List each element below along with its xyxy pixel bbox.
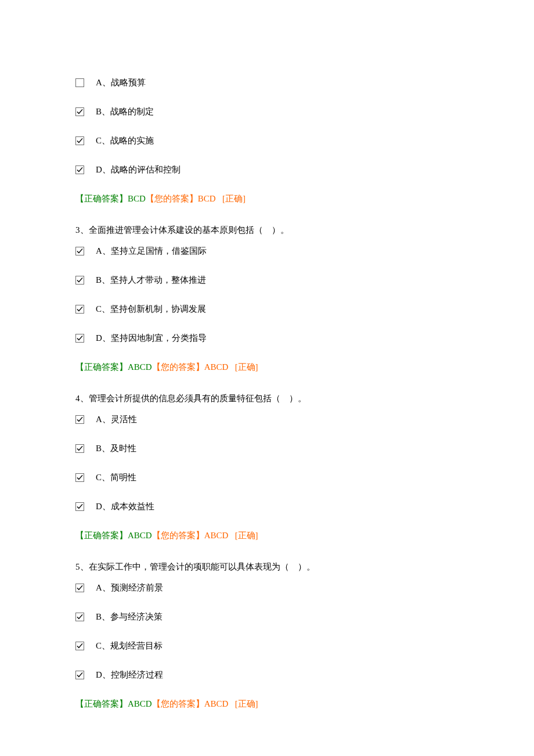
- option-checkbox[interactable]: [75, 584, 84, 592]
- option-text: B、战略的制定: [96, 105, 154, 118]
- correct-answer-value: ABCD: [128, 531, 152, 540]
- option-text: C、简明性: [96, 470, 136, 484]
- option-row: B、及时性: [75, 441, 459, 455]
- your-answer-label: 【您的答案】: [152, 699, 204, 708]
- option-row: A、灵活性: [75, 412, 459, 426]
- answer-line: 【正确答案】ABCD【您的答案】ABCD [正确]: [75, 528, 459, 542]
- answer-status: [正确]: [235, 531, 258, 540]
- option-text: A、预测经济前景: [96, 581, 163, 595]
- option-row: A、预测经济前景: [75, 581, 459, 595]
- option-body: 坚持人才带动，整体推进: [110, 275, 206, 285]
- option-checkbox[interactable]: [75, 642, 84, 650]
- your-answer-label: 【您的答案】: [152, 531, 204, 540]
- option-body: 及时性: [110, 444, 136, 453]
- option-text: A、坚持立足国情，借鉴国际: [96, 244, 207, 258]
- option-checkbox[interactable]: [75, 247, 84, 255]
- your-answer-value: ABCD: [204, 531, 229, 540]
- option-separator: 、: [102, 502, 111, 511]
- option-row: D、战略的评估和控制: [75, 163, 459, 177]
- answer-line: 【正确答案】ABCD【您的答案】ABCD [正确]: [75, 360, 459, 374]
- option-text: D、成本效益性: [96, 499, 154, 513]
- answer-line: 【正确答案】ABCD【您的答案】ABCD [正确]: [75, 697, 459, 711]
- option-letter: B: [96, 275, 102, 285]
- option-row: C、简明性: [75, 470, 459, 484]
- option-checkbox[interactable]: [75, 502, 84, 511]
- option-separator: 、: [102, 612, 110, 621]
- option-letter: A: [96, 583, 102, 592]
- option-text: B、参与经济决策: [96, 610, 163, 624]
- option-checkbox[interactable]: [75, 276, 84, 285]
- option-text: D、控制经济过程: [96, 668, 163, 682]
- option-row: B、坚持人才带动，整体推进: [75, 273, 459, 287]
- option-text: C、规划经营目标: [96, 639, 163, 653]
- option-row: C、坚持创新机制，协调发展: [75, 302, 459, 316]
- answer-status: [正确]: [235, 362, 258, 372]
- option-text: C、坚持创新机制，协调发展: [96, 302, 206, 316]
- option-letter: A: [96, 246, 102, 255]
- option-body: 战略的评估和控制: [111, 165, 181, 174]
- correct-answer-label: 【正确答案】: [75, 531, 128, 540]
- option-letter: C: [96, 473, 102, 482]
- option-separator: 、: [102, 641, 110, 650]
- option-text: D、坚持因地制宜，分类指导: [96, 331, 207, 345]
- option-letter: D: [96, 670, 102, 679]
- option-text: B、及时性: [96, 441, 136, 455]
- option-separator: 、: [102, 275, 110, 285]
- option-body: 战略的制定: [110, 107, 154, 116]
- option-checkbox[interactable]: [75, 305, 84, 314]
- option-separator: 、: [102, 670, 111, 679]
- option-separator: 、: [102, 304, 110, 314]
- answer-status: [正确]: [235, 699, 258, 708]
- option-body: 成本效益性: [111, 502, 154, 511]
- option-checkbox[interactable]: [75, 613, 84, 621]
- correct-answer-value: BCD: [128, 194, 146, 203]
- option-body: 战略预算: [111, 78, 146, 87]
- your-answer-value: ABCD: [204, 699, 229, 708]
- option-checkbox[interactable]: [75, 473, 84, 482]
- option-body: 灵活性: [111, 415, 137, 424]
- option-row: D、控制经济过程: [75, 668, 459, 682]
- option-separator: 、: [102, 246, 111, 255]
- your-answer-value: BCD: [198, 194, 216, 203]
- option-text: D、战略的评估和控制: [96, 163, 181, 177]
- option-body: 简明性: [110, 473, 136, 482]
- option-row: B、战略的制定: [75, 105, 459, 118]
- option-checkbox[interactable]: [75, 78, 84, 87]
- option-checkbox[interactable]: [75, 334, 84, 343]
- option-checkbox[interactable]: [75, 107, 84, 116]
- correct-answer-label: 【正确答案】: [75, 194, 128, 203]
- option-body: 规划经营目标: [110, 641, 163, 650]
- option-separator: 、: [102, 333, 111, 343]
- option-letter: D: [96, 333, 102, 343]
- correct-answer-value: ABCD: [128, 699, 152, 708]
- option-checkbox[interactable]: [75, 671, 84, 679]
- option-body: 战略的实施: [110, 136, 154, 145]
- answer-status: [正确]: [222, 194, 246, 203]
- question-stem: 3、全面推进管理会计体系建设的基本原则包括（ ）。: [75, 223, 459, 237]
- question-stem: 5、在实际工作中，管理会计的项职能可以具体表现为（ ）。: [75, 560, 459, 574]
- correct-answer-label: 【正确答案】: [75, 362, 128, 372]
- option-body: 坚持立足国情，借鉴国际: [111, 246, 207, 255]
- option-separator: 、: [102, 415, 111, 424]
- option-checkbox[interactable]: [75, 136, 84, 145]
- option-row: A、战略预算: [75, 75, 459, 89]
- option-row: D、成本效益性: [75, 499, 459, 513]
- option-row: C、规划经营目标: [75, 639, 459, 653]
- answer-line: 【正确答案】BCD【您的答案】BCD [正确]: [75, 192, 459, 206]
- option-separator: 、: [102, 78, 111, 87]
- option-letter: C: [96, 136, 102, 145]
- your-answer-value: ABCD: [204, 362, 229, 372]
- option-separator: 、: [102, 444, 110, 453]
- option-letter: D: [96, 502, 102, 511]
- option-letter: A: [96, 415, 102, 424]
- option-letter: C: [96, 641, 102, 650]
- option-body: 坚持创新机制，协调发展: [110, 304, 206, 314]
- option-text: C、战略的实施: [96, 134, 154, 147]
- option-checkbox[interactable]: [75, 444, 84, 453]
- option-row: A、坚持立足国情，借鉴国际: [75, 244, 459, 258]
- option-checkbox[interactable]: [75, 165, 84, 174]
- option-body: 预测经济前景: [111, 583, 163, 592]
- option-letter: D: [96, 165, 102, 174]
- option-letter: B: [96, 612, 102, 621]
- option-checkbox[interactable]: [75, 415, 84, 424]
